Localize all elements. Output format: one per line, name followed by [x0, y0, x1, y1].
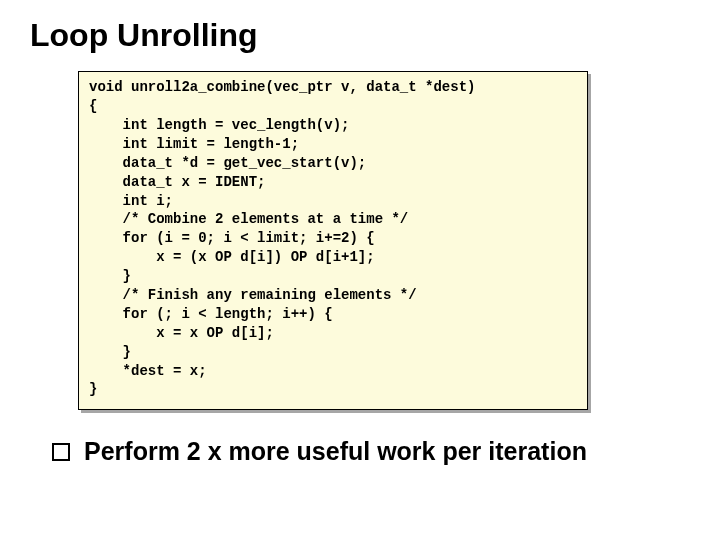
bullet-text: Perform 2 x more useful work per iterati… — [84, 438, 587, 466]
code-block: void unroll2a_combine(vec_ptr v, data_t … — [78, 71, 588, 410]
slide-title: Loop Unrolling — [30, 18, 690, 53]
slide: Loop Unrolling void unroll2a_combine(vec… — [0, 0, 720, 540]
bullet-item: Perform 2 x more useful work per iterati… — [52, 438, 690, 466]
square-bullet-icon — [52, 443, 70, 461]
code-content: void unroll2a_combine(vec_ptr v, data_t … — [89, 78, 577, 399]
